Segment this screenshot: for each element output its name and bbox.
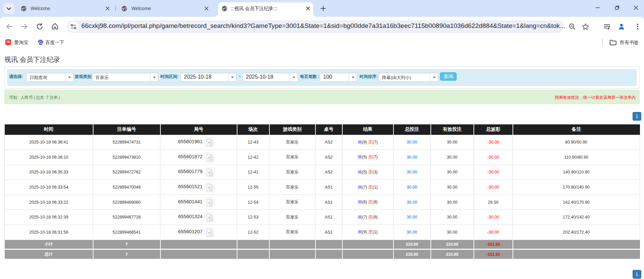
svg-text:du: du [39, 42, 42, 44]
